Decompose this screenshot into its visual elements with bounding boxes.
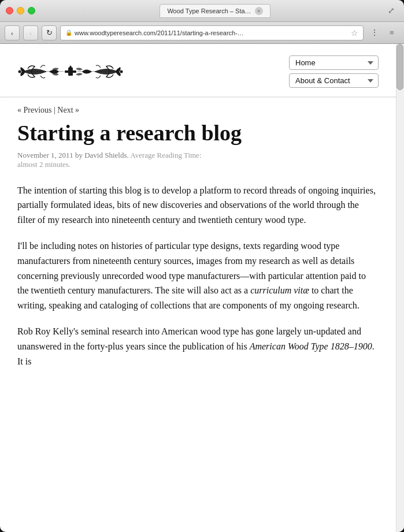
home-dropdown[interactable]: Home: [289, 55, 379, 70]
expand-icon[interactable]: ⤢: [388, 6, 398, 16]
curriculum-vitae: curriculum vitæ: [250, 285, 309, 295]
book-title: American Wood Type 1828–1900: [250, 341, 372, 351]
back-button[interactable]: ‹: [5, 25, 20, 40]
svg-rect-5: [18, 71, 64, 72]
browser-toolbar: ‹ › ↻ 🔒 www.woodtyperesearch.com/2011/11…: [0, 22, 404, 44]
nav-dropdowns: Home About & Contact: [289, 55, 379, 88]
page-inner: Home About & Contact « Previous | Next »…: [0, 44, 396, 421]
scrollbar-track[interactable]: [396, 44, 404, 532]
lock-icon: 🔒: [65, 29, 72, 36]
post-by: by: [75, 151, 84, 159]
refresh-button[interactable]: ↻: [42, 25, 57, 40]
paragraph-3: Rob Roy Kelly's seminal research into Am…: [17, 324, 379, 369]
post-date: November 1, 2011: [17, 151, 73, 159]
paragraph-2: I'll be including notes on histories of …: [17, 239, 379, 312]
post-navigation: « Previous | Next »: [0, 98, 396, 118]
site-header: Home About & Contact: [0, 44, 396, 97]
address-bar[interactable]: 🔒 www.woodtyperesearch.com/2011/11/start…: [60, 25, 364, 40]
post-title: Starting a research blog: [17, 121, 379, 146]
tab-label: Wood Type Research – Sta…: [167, 8, 251, 14]
next-link[interactable]: Next »: [57, 106, 79, 114]
window-controls-right: ⤢: [388, 6, 398, 16]
more-button[interactable]: ⋮: [367, 25, 382, 40]
page-content: Home About & Contact « Previous | Next »…: [0, 44, 404, 532]
nav-separator: |: [52, 106, 58, 114]
menu-icon[interactable]: ≡: [384, 25, 399, 40]
post-area: Starting a research blog November 1, 201…: [0, 121, 396, 397]
post-body: The intention of starting this blog is t…: [17, 183, 379, 369]
browser-window: Wood Type Research – Sta… × ⤢ ‹ › ↻ 🔒 ww…: [0, 0, 404, 532]
post-meta: November 1, 2011 by David Shields. Avera…: [17, 151, 379, 169]
logo-ornament: [17, 56, 124, 88]
maximize-button[interactable]: [28, 7, 35, 14]
post-author: David Shields.: [84, 151, 129, 159]
traffic-lights: [6, 7, 35, 14]
previous-link[interactable]: « Previous: [17, 106, 52, 114]
toolbar-extras: ⋮ ≡: [367, 25, 399, 40]
scrollbar-thumb[interactable]: [396, 44, 403, 90]
svg-rect-6: [77, 71, 123, 72]
active-tab[interactable]: Wood Type Research – Sta… ×: [160, 4, 270, 18]
close-button[interactable]: [6, 7, 13, 14]
about-dropdown[interactable]: About & Contact: [289, 73, 379, 88]
tab-close-button[interactable]: ×: [255, 7, 263, 15]
url-text: www.woodtyperesearch.com/2011/11/startin…: [75, 29, 349, 36]
forward-button[interactable]: ›: [23, 25, 38, 40]
tab-area: Wood Type Research – Sta… ×: [42, 4, 388, 18]
site-logo: [17, 56, 124, 88]
bookmark-icon[interactable]: ☆: [351, 28, 358, 38]
minimize-button[interactable]: [17, 7, 24, 14]
titlebar: Wood Type Research – Sta… × ⤢: [0, 0, 404, 22]
paragraph-1: The intention of starting this blog is t…: [17, 183, 379, 228]
